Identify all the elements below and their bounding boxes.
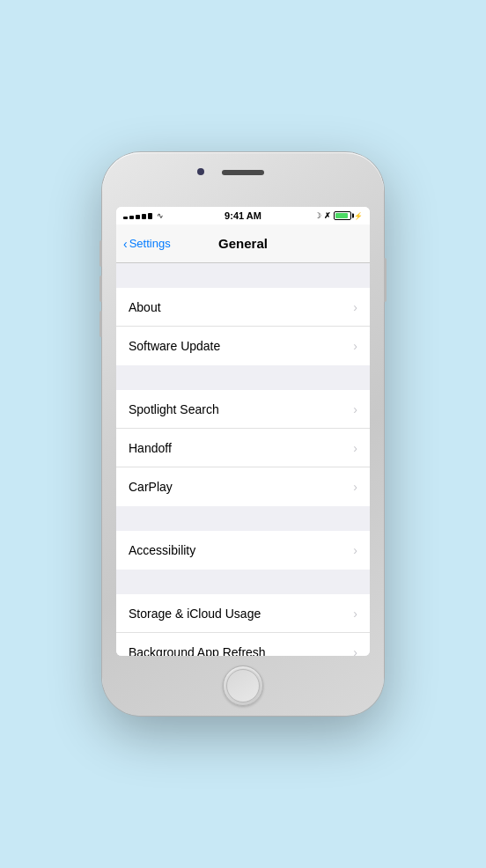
settings-list: About › Software Update › Spotlight Sear… xyxy=(116,263,370,656)
row-storage[interactable]: Storage & iCloud Usage › xyxy=(116,594,370,633)
row-spotlight-label: Spotlight Search xyxy=(129,402,353,416)
chevron-storage-icon: › xyxy=(353,607,357,621)
charging-icon: ⚡ xyxy=(354,212,363,220)
signal-dot-2 xyxy=(129,216,134,219)
section-gap-2 xyxy=(116,365,370,390)
home-button[interactable] xyxy=(223,666,263,706)
row-about-label: About xyxy=(129,300,353,314)
signal-dot-5 xyxy=(148,213,152,219)
row-storage-label: Storage & iCloud Usage xyxy=(129,607,353,621)
section-gap-3 xyxy=(116,506,370,531)
row-spotlight-search[interactable]: Spotlight Search › xyxy=(116,390,370,429)
section-gap-1 xyxy=(116,263,370,288)
speaker xyxy=(222,170,264,175)
signal-bars xyxy=(123,213,152,219)
wifi-icon: ∿ xyxy=(157,211,164,220)
row-accessibility[interactable]: Accessibility › xyxy=(116,531,370,570)
back-button[interactable]: ‹ Settings xyxy=(123,237,171,250)
bluetooth-icon: ✗ xyxy=(324,211,331,220)
back-label: Settings xyxy=(129,237,171,250)
signal-dot-4 xyxy=(142,214,146,219)
section-2: Spotlight Search › Handoff › CarPlay › xyxy=(116,390,370,506)
row-accessibility-label: Accessibility xyxy=(129,543,353,557)
section-1: About › Software Update › xyxy=(116,288,370,365)
home-button-area xyxy=(102,656,384,716)
signal-dot-1 xyxy=(123,217,128,219)
moon-icon: ☽ xyxy=(314,211,321,220)
row-background-refresh-label: Background App Refresh xyxy=(129,645,353,656)
row-software-update[interactable]: Software Update › xyxy=(116,327,370,365)
chevron-carplay-icon: › xyxy=(353,480,357,494)
section-4: Storage & iCloud Usage › Background App … xyxy=(116,594,370,656)
row-about[interactable]: About › xyxy=(116,288,370,327)
row-handoff-label: Handoff xyxy=(129,441,353,455)
section-gap-4 xyxy=(116,570,370,594)
phone-frame: ∿ 9:41 AM ☽ ✗ ⚡ ‹ Settings General xyxy=(102,152,384,716)
chevron-background-icon: › xyxy=(353,645,357,656)
chevron-handoff-icon: › xyxy=(353,441,357,455)
status-left: ∿ xyxy=(123,211,164,220)
phone-screen: ∿ 9:41 AM ☽ ✗ ⚡ ‹ Settings General xyxy=(116,207,370,656)
row-background-refresh[interactable]: Background App Refresh › xyxy=(116,633,370,656)
battery-indicator xyxy=(334,211,351,220)
page-title: General xyxy=(218,236,268,251)
status-right: ☽ ✗ ⚡ xyxy=(314,211,363,220)
row-carplay-label: CarPlay xyxy=(129,480,353,494)
chevron-spotlight-icon: › xyxy=(353,402,357,416)
row-handoff[interactable]: Handoff › xyxy=(116,429,370,467)
status-bar: ∿ 9:41 AM ☽ ✗ ⚡ xyxy=(116,207,370,224)
navigation-bar: ‹ Settings General xyxy=(116,224,370,263)
back-chevron-icon: ‹ xyxy=(123,238,128,250)
row-software-update-label: Software Update xyxy=(129,339,353,353)
chevron-accessibility-icon: › xyxy=(353,543,357,557)
status-time: 9:41 AM xyxy=(225,210,261,221)
camera xyxy=(197,168,204,175)
section-3: Accessibility › xyxy=(116,531,370,570)
chevron-about-icon: › xyxy=(353,300,357,314)
signal-dot-3 xyxy=(136,215,140,219)
chevron-software-icon: › xyxy=(353,339,357,353)
row-carplay[interactable]: CarPlay › xyxy=(116,467,370,506)
battery-fill xyxy=(335,213,348,218)
home-button-inner xyxy=(226,669,260,702)
